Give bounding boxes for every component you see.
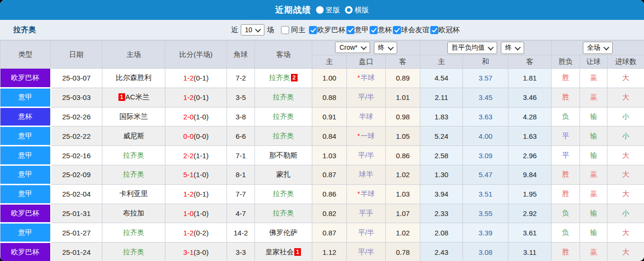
crow-home-odds: 0.88: [312, 88, 347, 107]
fulltime-score: 2-0: [183, 113, 194, 121]
away-team-cell: 拉齐奥: [255, 126, 312, 146]
team-label: 拉齐奥: [273, 209, 294, 217]
corner-cell: 14-2: [227, 223, 255, 243]
outcome-cell: 平: [552, 146, 580, 165]
results-table: 类型 日期 主场 比分(半场) 角球 客场 Crow* 终: [0, 40, 644, 261]
handicap-result-cell: 赢: [580, 88, 608, 107]
handicap-text: 平/半: [358, 228, 374, 236]
crow-away-odds: 1.03: [386, 184, 420, 204]
competition-checkbox[interactable]: [346, 26, 354, 34]
table-row: 意甲25-02-22威尼斯0-0(0-0)6-6拉齐奥0.84*一球1.055.…: [0, 126, 644, 146]
competition-label: 欧罗巴杯: [317, 26, 345, 35]
corner-cell: 3-3: [227, 243, 255, 261]
chevron-down-icon: [515, 44, 521, 50]
subcol-avg-home: 主: [420, 55, 463, 69]
games-label: 场: [267, 26, 274, 35]
red-card-badge: 1: [118, 93, 125, 101]
competition-checkbox[interactable]: [430, 26, 438, 34]
team-label: 那不勒斯: [269, 151, 298, 159]
handicap-cell: *半球: [347, 69, 386, 88]
fulltime-score: 1-2: [183, 74, 194, 82]
avg-odds-select[interactable]: 胜平负均值: [447, 42, 497, 54]
col-header-score: 比分(半场): [165, 41, 227, 69]
bookmaker-select[interactable]: Crow*: [335, 42, 370, 53]
score-cell: 1-0(1-0): [165, 204, 227, 223]
team-label: 布拉加: [123, 209, 145, 217]
corner-cell: 3-5: [227, 88, 255, 107]
score-cell: 5-1(1-0): [165, 165, 227, 184]
table-row: 意甲25-03-031AC米兰1-2(0-1)3-5拉齐奥0.88平/半1.01…: [0, 88, 644, 107]
competition-type-cell: 意甲: [0, 88, 51, 107]
avg-home-odds: 2.08: [420, 223, 463, 243]
crow-home-odds: 0.87: [312, 223, 347, 243]
avg-draw-odds: 3.63: [463, 107, 508, 126]
fulltime-score: 1-2: [183, 190, 194, 198]
table-row: 意甲25-02-09拉齐奥5-1(1-0)8-1蒙扎0.87球半1.021.30…: [0, 165, 644, 184]
avg-period-select[interactable]: 终: [501, 42, 524, 54]
avg-away-odds: 2.96: [508, 146, 552, 165]
fulltime-score: 1-2: [183, 93, 194, 101]
competition-label: 意甲: [354, 26, 369, 35]
team-label: 卡利亚里: [119, 189, 148, 198]
subcol-goals-result: 进球数: [608, 55, 644, 69]
layout-radio-horizontal[interactable]: [345, 6, 353, 14]
score-cell: 1-2(0-1): [165, 69, 227, 88]
subcol-crow-away: 客: [386, 55, 420, 69]
avg-home-odds: 1.83: [420, 107, 463, 126]
competition-label: 球会友谊: [401, 26, 429, 35]
crow-period-select[interactable]: 终: [374, 42, 397, 54]
games-count-select[interactable]: 10: [241, 24, 265, 36]
crow-away-odds: 1.02: [386, 165, 420, 184]
avg-home-odds: 2.11: [420, 88, 463, 107]
layout-radio-horizontal-label[interactable]: 横版: [355, 6, 369, 15]
avg-draw-odds: 3.08: [463, 243, 508, 261]
competition-checkbox[interactable]: [370, 26, 378, 34]
red-card-badge: 2: [291, 74, 298, 81]
layout-radio-vertical[interactable]: [316, 6, 324, 14]
crow-home-odds: 0.87: [312, 165, 347, 184]
team-label: 比尔森胜利: [116, 73, 152, 81]
handicap-cell: *半球: [347, 184, 386, 204]
team-name: 拉齐奥: [13, 25, 36, 35]
fulltime-score: 3-1: [183, 248, 194, 256]
score-cell: 1-2(0-1): [165, 88, 227, 107]
score-cell: 3-1(3-0): [165, 243, 227, 261]
crow-away-odds: 1.05: [386, 126, 420, 146]
fulltime-score: 0-0: [183, 132, 194, 140]
team-label: 威尼斯: [123, 132, 145, 140]
goals-result-cell: 大: [608, 165, 644, 184]
avg-away-odds: 3.61: [508, 223, 552, 243]
competition-checkbox[interactable]: [393, 26, 401, 34]
same-home-checkbox[interactable]: [281, 26, 289, 34]
handicap-cell: 平手: [347, 204, 386, 223]
team-label: 蒙扎: [276, 170, 290, 178]
outcome-cell: 负: [552, 107, 580, 126]
handicap-text: 平/半: [358, 151, 374, 159]
date-cell: 25-01-27: [51, 223, 102, 243]
handicap-text: 球半: [359, 170, 373, 178]
crow-away-odds: 0.89: [386, 69, 420, 88]
competition-type-cell: 欧罗巴杯: [0, 243, 51, 261]
team-label: 拉齐奥: [269, 73, 290, 81]
competition-checkbox[interactable]: [309, 26, 317, 34]
home-team-cell: 国际米兰: [102, 107, 165, 126]
away-team-cell: 拉齐奥: [255, 184, 312, 204]
outcome-cell: 平: [552, 126, 580, 146]
date-cell: 25-01-24: [51, 243, 102, 261]
away-team-cell: 拉齐奥: [255, 107, 312, 126]
avg-draw-odds: 3.09: [463, 146, 508, 165]
table-row: 欧罗巴杯25-01-31布拉加1-0(1-0)4-7拉齐奥0.82平手1.072…: [0, 204, 644, 223]
crow-home-odds: 1.00: [312, 69, 347, 88]
away-team-cell: 蒙扎: [255, 165, 312, 184]
layout-radio-vertical-label[interactable]: 竖版: [326, 6, 340, 15]
handicap-result-cell: 输: [580, 107, 608, 126]
subcol-avg-away: 客: [508, 55, 552, 69]
scope-select[interactable]: 全场: [583, 42, 613, 54]
team-label: 佛罗伦萨: [269, 228, 298, 236]
chevron-down-icon: [388, 44, 394, 50]
outcome-cell: 胜: [552, 243, 580, 261]
handicap-result-cell: 输: [580, 146, 608, 165]
home-team-cell: 卡利亚里: [102, 184, 165, 204]
handicap-result-cell: 赢: [580, 165, 608, 184]
handicap-result-cell: 赢: [580, 69, 608, 88]
